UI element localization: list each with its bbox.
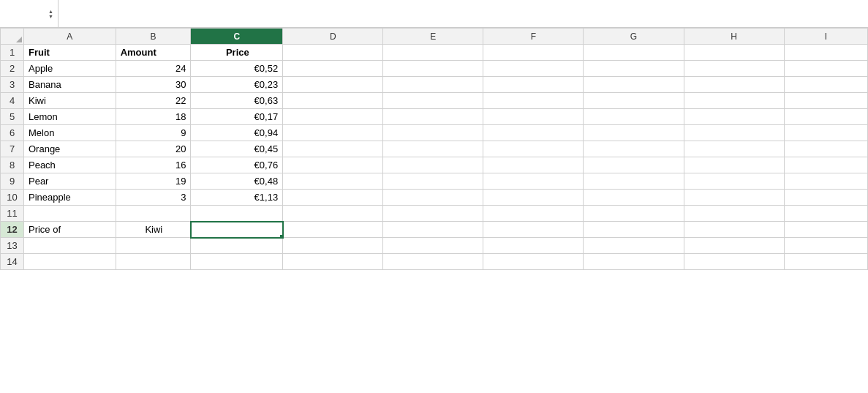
cell-E10[interactable] <box>383 190 483 206</box>
row-num-11[interactable]: 11 <box>1 206 24 222</box>
cell-A2[interactable]: Apple <box>23 61 116 77</box>
cell-F3[interactable] <box>483 77 584 93</box>
cell-I8[interactable] <box>784 157 867 173</box>
cell-B6[interactable]: 9 <box>116 125 191 141</box>
cell-E14[interactable] <box>383 254 483 270</box>
cell-A9[interactable]: Pear <box>23 173 116 190</box>
row-num-10[interactable]: 10 <box>1 190 24 206</box>
cell-E5[interactable] <box>383 109 483 125</box>
cell-I3[interactable] <box>784 77 867 93</box>
cell-F2[interactable] <box>483 61 584 77</box>
cell-H14[interactable] <box>684 254 784 270</box>
cell-G8[interactable] <box>584 157 684 173</box>
cell-B1[interactable]: Amount <box>116 45 191 61</box>
cell-A4[interactable]: Kiwi <box>23 93 116 109</box>
cell-E4[interactable] <box>383 93 483 109</box>
cell-A13[interactable] <box>23 238 116 254</box>
cell-A8[interactable]: Peach <box>23 157 116 173</box>
cell-D7[interactable] <box>283 141 383 157</box>
row-num-7[interactable]: 7 <box>1 141 24 157</box>
cell-H5[interactable] <box>684 109 784 125</box>
cell-C7[interactable]: €0,45 <box>191 141 283 157</box>
cell-B8[interactable]: 16 <box>116 157 191 173</box>
cell-I7[interactable] <box>784 141 867 157</box>
row-num-4[interactable]: 4 <box>1 93 24 109</box>
cell-H13[interactable] <box>684 238 784 254</box>
cell-D1[interactable] <box>283 45 383 61</box>
cell-H8[interactable] <box>684 157 784 173</box>
cell-H9[interactable] <box>684 173 784 190</box>
cell-C6[interactable]: €0,94 <box>191 125 283 141</box>
row-num-2[interactable]: 2 <box>1 61 24 77</box>
cell-I9[interactable] <box>784 173 867 190</box>
cell-I12[interactable] <box>784 222 867 238</box>
cell-F1[interactable] <box>483 45 584 61</box>
cell-D11[interactable] <box>283 206 383 222</box>
cell-H10[interactable] <box>684 190 784 206</box>
cell-D10[interactable] <box>283 190 383 206</box>
cell-G10[interactable] <box>584 190 684 206</box>
cell-I6[interactable] <box>784 125 867 141</box>
col-header-h[interactable]: H <box>684 29 784 45</box>
cell-E9[interactable] <box>383 173 483 190</box>
cell-G11[interactable] <box>584 206 684 222</box>
row-num-5[interactable]: 5 <box>1 109 24 125</box>
row-num-9[interactable]: 9 <box>1 173 24 190</box>
cell-C12[interactable] <box>191 222 283 238</box>
cell-A3[interactable]: Banana <box>23 77 116 93</box>
cell-D5[interactable] <box>283 109 383 125</box>
cell-F8[interactable] <box>483 157 584 173</box>
cell-F5[interactable] <box>483 109 584 125</box>
col-header-c[interactable]: C <box>191 29 283 45</box>
row-num-14[interactable]: 14 <box>1 254 24 270</box>
col-header-g[interactable]: G <box>584 29 684 45</box>
cell-A11[interactable] <box>23 206 116 222</box>
cell-G5[interactable] <box>584 109 684 125</box>
cell-H6[interactable] <box>684 125 784 141</box>
cell-B4[interactable]: 22 <box>116 93 191 109</box>
cell-I11[interactable] <box>784 206 867 222</box>
cell-B12[interactable]: Kiwi <box>116 222 191 238</box>
cell-E11[interactable] <box>383 206 483 222</box>
cell-B5[interactable]: 18 <box>116 109 191 125</box>
cell-G1[interactable] <box>584 45 684 61</box>
cell-C9[interactable]: €0,48 <box>191 173 283 190</box>
cell-A1[interactable]: Fruit <box>23 45 116 61</box>
cell-F4[interactable] <box>483 93 584 109</box>
row-num-8[interactable]: 8 <box>1 157 24 173</box>
col-header-a[interactable]: A <box>23 29 116 45</box>
row-num-1[interactable]: 1 <box>1 45 24 61</box>
cell-D6[interactable] <box>283 125 383 141</box>
cell-I13[interactable] <box>784 238 867 254</box>
cell-G14[interactable] <box>584 254 684 270</box>
cell-I4[interactable] <box>784 93 867 109</box>
cell-E7[interactable] <box>383 141 483 157</box>
cell-B10[interactable]: 3 <box>116 190 191 206</box>
col-header-i[interactable]: I <box>784 29 867 45</box>
cell-B7[interactable]: 20 <box>116 141 191 157</box>
cell-H7[interactable] <box>684 141 784 157</box>
cell-G9[interactable] <box>584 173 684 190</box>
cell-B3[interactable]: 30 <box>116 77 191 93</box>
cell-E1[interactable] <box>383 45 483 61</box>
cell-D2[interactable] <box>283 61 383 77</box>
cell-E8[interactable] <box>383 157 483 173</box>
cell-E12[interactable] <box>383 222 483 238</box>
cell-H12[interactable] <box>684 222 784 238</box>
cell-H4[interactable] <box>684 93 784 109</box>
cell-I5[interactable] <box>784 109 867 125</box>
cell-F6[interactable] <box>483 125 584 141</box>
cell-B9[interactable]: 19 <box>116 173 191 190</box>
cell-A12[interactable]: Price of <box>23 222 116 238</box>
cell-C1[interactable]: Price <box>191 45 283 61</box>
cell-F11[interactable] <box>483 206 584 222</box>
cell-C2[interactable]: €0,52 <box>191 61 283 77</box>
cell-F12[interactable] <box>483 222 584 238</box>
cell-G13[interactable] <box>584 238 684 254</box>
cell-B2[interactable]: 24 <box>116 61 191 77</box>
cell-reference-box[interactable]: ▲ ▼ <box>0 0 59 27</box>
cell-D4[interactable] <box>283 93 383 109</box>
cell-E13[interactable] <box>383 238 483 254</box>
cell-C14[interactable] <box>191 254 283 270</box>
cell-A6[interactable]: Melon <box>23 125 116 141</box>
